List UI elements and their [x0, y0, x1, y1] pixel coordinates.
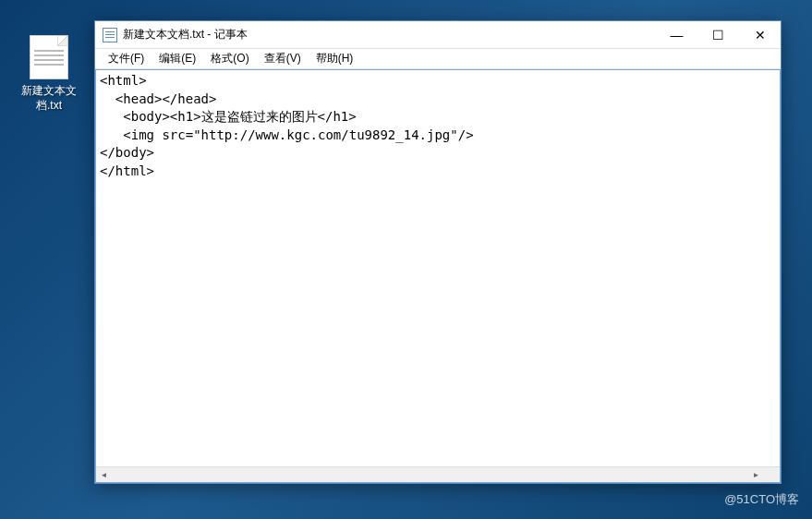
window-title: 新建文本文档.txt - 记事本	[123, 27, 656, 42]
maximize-button[interactable]: ☐	[697, 21, 739, 48]
titlebar[interactable]: 新建文本文档.txt - 记事本 — ☐ ✕	[95, 21, 781, 49]
menu-view[interactable]: 查看(V)	[257, 49, 309, 68]
scroll-right-button[interactable]: ►	[748, 467, 764, 482]
horizontal-scrollbar[interactable]: ◄ ►	[96, 466, 780, 482]
text-editor[interactable]: <html> <head></head> <body><h1>这是盗链过来的图片…	[96, 70, 780, 466]
window-controls: — ☐ ✕	[656, 21, 781, 48]
menubar: 文件(F) 编辑(E) 格式(O) 查看(V) 帮助(H)	[95, 49, 781, 69]
watermark: @51CTO博客	[724, 491, 799, 508]
notepad-app-icon	[103, 28, 117, 42]
text-file-icon	[30, 35, 68, 79]
scroll-track[interactable]	[112, 467, 748, 482]
scroll-corner	[764, 467, 780, 482]
editor-area: <html> <head></head> <body><h1>这是盗链过来的图片…	[95, 69, 781, 483]
desktop-icon-label: 新建文本文 档.txt	[17, 84, 81, 113]
menu-format[interactable]: 格式(O)	[203, 49, 256, 68]
scroll-left-button[interactable]: ◄	[96, 467, 112, 482]
desktop-file-icon[interactable]: 新建文本文 档.txt	[17, 35, 81, 113]
menu-help[interactable]: 帮助(H)	[309, 49, 361, 68]
menu-file[interactable]: 文件(F)	[101, 49, 151, 68]
minimize-button[interactable]: —	[656, 21, 697, 48]
close-button[interactable]: ✕	[739, 21, 781, 48]
notepad-window: 新建文本文档.txt - 记事本 — ☐ ✕ 文件(F) 编辑(E) 格式(O)…	[94, 20, 782, 484]
menu-edit[interactable]: 编辑(E)	[151, 49, 203, 68]
